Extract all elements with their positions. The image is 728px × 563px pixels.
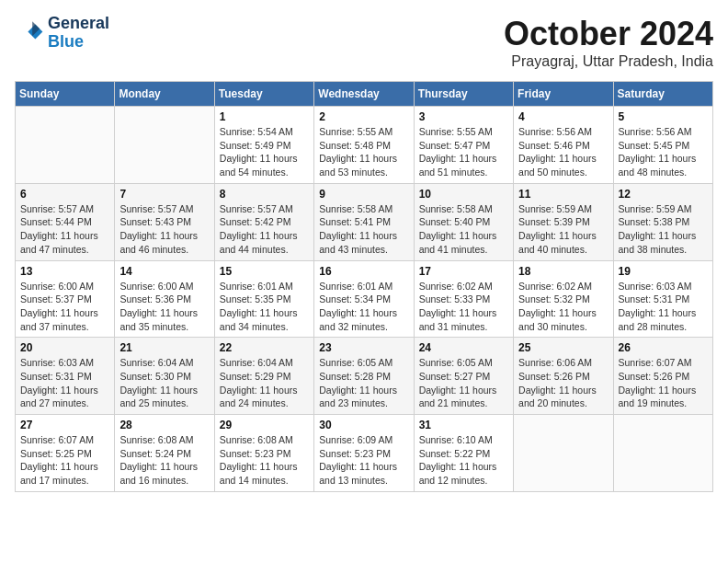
day-detail: Sunrise: 5:56 AMSunset: 5:45 PMDaylight:… [619, 125, 708, 179]
calendar-day-cell: 5Sunrise: 5:56 AMSunset: 5:45 PMDaylight… [613, 107, 712, 184]
calendar-day-cell: 29Sunrise: 6:08 AMSunset: 5:23 PMDayligh… [214, 415, 313, 492]
calendar-day-cell: 30Sunrise: 6:09 AMSunset: 5:23 PMDayligh… [314, 415, 414, 492]
calendar-day-cell: 17Sunrise: 6:02 AMSunset: 5:33 PMDayligh… [414, 260, 513, 338]
day-detail: Sunrise: 6:05 AMSunset: 5:27 PMDaylight:… [419, 356, 508, 410]
calendar-day-cell: 12Sunrise: 5:59 AMSunset: 5:38 PMDayligh… [613, 183, 712, 260]
day-detail: Sunrise: 5:54 AMSunset: 5:49 PMDaylight:… [220, 125, 309, 179]
day-number: 7 [119, 188, 209, 201]
day-number: 10 [419, 188, 508, 201]
location: Prayagraj, Uttar Pradesh, India [504, 53, 713, 70]
day-detail: Sunrise: 6:08 AMSunset: 5:23 PMDaylight:… [220, 433, 309, 488]
day-number: 26 [619, 341, 708, 354]
day-number: 21 [119, 341, 209, 354]
calendar-day-cell: 22Sunrise: 6:04 AMSunset: 5:29 PMDayligh… [214, 338, 313, 415]
day-detail: Sunrise: 5:57 AMSunset: 5:44 PMDaylight:… [20, 202, 109, 257]
day-number: 31 [419, 419, 508, 431]
day-detail: Sunrise: 6:00 AMSunset: 5:37 PMDaylight:… [20, 280, 109, 334]
day-detail: Sunrise: 6:07 AMSunset: 5:26 PMDaylight:… [619, 356, 708, 410]
day-number: 14 [119, 265, 209, 278]
day-number: 19 [619, 265, 708, 278]
weekday-header-cell: Saturday [613, 82, 712, 107]
page-header: General Blue October 2024 Prayagraj, Utt… [15, 15, 713, 70]
calendar-day-cell: 14Sunrise: 6:00 AMSunset: 5:36 PMDayligh… [115, 260, 214, 338]
calendar-day-cell: 10Sunrise: 5:58 AMSunset: 5:40 PMDayligh… [414, 183, 513, 260]
day-detail: Sunrise: 6:04 AMSunset: 5:29 PMDaylight:… [220, 356, 309, 410]
day-detail: Sunrise: 6:10 AMSunset: 5:22 PMDaylight:… [419, 433, 508, 488]
calendar-day-cell: 28Sunrise: 6:08 AMSunset: 5:24 PMDayligh… [115, 415, 214, 492]
calendar-day-cell: 24Sunrise: 6:05 AMSunset: 5:27 PMDayligh… [414, 338, 513, 415]
calendar-day-cell: 27Sunrise: 6:07 AMSunset: 5:25 PMDayligh… [16, 415, 115, 492]
day-detail: Sunrise: 5:59 AMSunset: 5:38 PMDaylight:… [619, 202, 708, 257]
day-detail: Sunrise: 6:08 AMSunset: 5:24 PMDaylight:… [119, 433, 209, 488]
weekday-header-cell: Friday [514, 82, 613, 107]
day-number: 15 [220, 265, 309, 278]
day-detail: Sunrise: 6:00 AMSunset: 5:36 PMDaylight:… [119, 280, 209, 334]
calendar-day-cell: 7Sunrise: 5:57 AMSunset: 5:43 PMDaylight… [115, 183, 214, 260]
day-detail: Sunrise: 5:59 AMSunset: 5:39 PMDaylight:… [518, 202, 608, 257]
calendar-day-cell: 25Sunrise: 6:06 AMSunset: 5:26 PMDayligh… [514, 338, 613, 415]
calendar-day-cell: 13Sunrise: 6:00 AMSunset: 5:37 PMDayligh… [16, 260, 115, 338]
calendar-day-cell: 15Sunrise: 6:01 AMSunset: 5:35 PMDayligh… [214, 260, 313, 338]
calendar-day-cell: 23Sunrise: 6:05 AMSunset: 5:28 PMDayligh… [314, 338, 414, 415]
calendar-day-cell: 8Sunrise: 5:57 AMSunset: 5:42 PMDaylight… [214, 183, 313, 260]
day-detail: Sunrise: 5:56 AMSunset: 5:46 PMDaylight:… [518, 125, 608, 179]
calendar-day-cell: 3Sunrise: 5:55 AMSunset: 5:47 PMDaylight… [414, 107, 513, 184]
day-detail: Sunrise: 6:02 AMSunset: 5:32 PMDaylight:… [518, 280, 608, 334]
calendar-day-cell: 26Sunrise: 6:07 AMSunset: 5:26 PMDayligh… [613, 338, 712, 415]
day-number: 3 [419, 110, 508, 123]
day-number: 4 [518, 110, 608, 123]
day-detail: Sunrise: 6:03 AMSunset: 5:31 PMDaylight:… [619, 280, 708, 334]
day-number: 11 [518, 188, 608, 201]
calendar-day-cell: 9Sunrise: 5:58 AMSunset: 5:41 PMDaylight… [314, 183, 414, 260]
calendar-table: SundayMondayTuesdayWednesdayThursdayFrid… [15, 81, 713, 492]
day-detail: Sunrise: 6:09 AMSunset: 5:23 PMDaylight:… [319, 433, 408, 488]
day-number: 5 [619, 110, 708, 123]
day-detail: Sunrise: 5:58 AMSunset: 5:41 PMDaylight:… [319, 202, 408, 257]
day-number: 6 [20, 188, 109, 201]
calendar-body: 1Sunrise: 5:54 AMSunset: 5:49 PMDaylight… [16, 107, 713, 492]
day-detail: Sunrise: 5:55 AMSunset: 5:48 PMDaylight:… [319, 125, 408, 179]
day-number: 16 [319, 265, 408, 278]
calendar-day-cell [115, 107, 214, 184]
calendar-day-cell: 1Sunrise: 5:54 AMSunset: 5:49 PMDaylight… [214, 107, 313, 184]
day-number: 24 [419, 341, 508, 354]
day-detail: Sunrise: 6:05 AMSunset: 5:28 PMDaylight:… [319, 356, 408, 410]
day-detail: Sunrise: 5:55 AMSunset: 5:47 PMDaylight:… [419, 125, 508, 179]
calendar-week-row: 13Sunrise: 6:00 AMSunset: 5:37 PMDayligh… [16, 260, 713, 338]
calendar-day-cell [16, 107, 115, 184]
month-title: October 2024 [504, 15, 713, 53]
day-detail: Sunrise: 6:04 AMSunset: 5:30 PMDaylight:… [119, 356, 209, 410]
logo: General Blue [15, 15, 109, 52]
day-number: 2 [319, 110, 408, 123]
day-number: 18 [518, 265, 608, 278]
day-number: 23 [319, 341, 408, 354]
day-number: 9 [319, 188, 408, 201]
day-detail: Sunrise: 5:58 AMSunset: 5:40 PMDaylight:… [419, 202, 508, 257]
day-detail: Sunrise: 6:07 AMSunset: 5:25 PMDaylight:… [20, 433, 109, 488]
logo-text: General Blue [48, 15, 109, 52]
day-detail: Sunrise: 5:57 AMSunset: 5:43 PMDaylight:… [119, 202, 209, 257]
calendar-week-row: 27Sunrise: 6:07 AMSunset: 5:25 PMDayligh… [16, 415, 713, 492]
day-detail: Sunrise: 6:06 AMSunset: 5:26 PMDaylight:… [518, 356, 608, 410]
day-number: 13 [20, 265, 109, 278]
day-number: 28 [119, 419, 209, 431]
day-number: 20 [20, 341, 109, 354]
day-detail: Sunrise: 6:01 AMSunset: 5:34 PMDaylight:… [319, 280, 408, 334]
day-detail: Sunrise: 6:02 AMSunset: 5:33 PMDaylight:… [419, 280, 508, 334]
day-number: 30 [319, 419, 408, 431]
day-number: 22 [220, 341, 309, 354]
calendar-week-row: 1Sunrise: 5:54 AMSunset: 5:49 PMDaylight… [16, 107, 713, 184]
calendar-day-cell: 11Sunrise: 5:59 AMSunset: 5:39 PMDayligh… [514, 183, 613, 260]
day-number: 12 [619, 188, 708, 201]
title-block: October 2024 Prayagraj, Uttar Pradesh, I… [504, 15, 713, 70]
day-number: 17 [419, 265, 508, 278]
calendar-week-row: 20Sunrise: 6:03 AMSunset: 5:31 PMDayligh… [16, 338, 713, 415]
calendar-week-row: 6Sunrise: 5:57 AMSunset: 5:44 PMDaylight… [16, 183, 713, 260]
day-number: 27 [20, 419, 109, 431]
calendar-day-cell: 31Sunrise: 6:10 AMSunset: 5:22 PMDayligh… [414, 415, 513, 492]
weekday-header-cell: Wednesday [314, 82, 414, 107]
logo-icon [15, 18, 44, 48]
day-number: 25 [518, 341, 608, 354]
day-number: 8 [220, 188, 309, 201]
weekday-header-cell: Thursday [414, 82, 513, 107]
